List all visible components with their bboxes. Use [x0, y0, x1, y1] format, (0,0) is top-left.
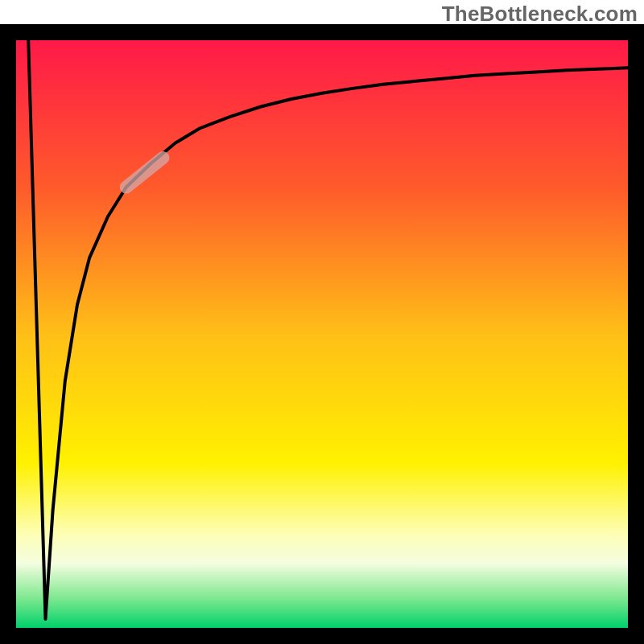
plot-background [16, 40, 628, 628]
bottleneck-curve-chart [0, 0, 644, 644]
chart-frame: TheBottleneck.com [0, 0, 644, 644]
watermark-text: TheBottleneck.com [442, 2, 638, 27]
